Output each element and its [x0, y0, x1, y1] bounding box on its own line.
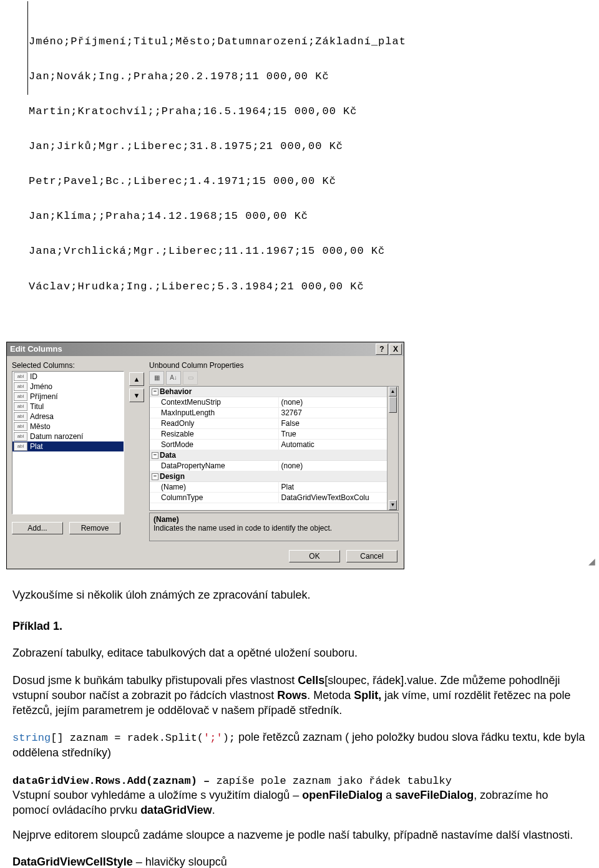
categorized-icon[interactable]: ▦	[149, 371, 164, 385]
csv-line: Martin;Kratochvíl;;Praha;16.5.1964;15 00…	[29, 106, 599, 118]
list-item[interactable]: ablPlat	[12, 441, 124, 451]
category-row[interactable]: −Behavior	[150, 387, 398, 397]
list-item[interactable]: ablPříjmení	[12, 392, 124, 402]
property-row[interactable]: DataPropertyName(none)	[150, 461, 398, 471]
csv-line: Jan;Novák;Ing.;Praha;20.2.1978;11 000,00…	[29, 71, 599, 83]
dialog-titlebar[interactable]: Edit Columns ? X	[7, 342, 404, 356]
textbox-column-icon: abl	[14, 402, 27, 411]
code-line: string[] zaznam = radek.Split(';'); pole…	[12, 730, 587, 760]
list-item[interactable]: ablJméno	[12, 382, 124, 392]
collapse-icon[interactable]: −	[152, 473, 158, 480]
unbound-properties-label: Unbound Column Properties	[149, 361, 399, 370]
list-item[interactable]: ablID	[12, 372, 124, 382]
collapse-icon[interactable]: −	[152, 388, 158, 395]
csv-line: Jana;Vrchlická;Mgr.;Liberec;11.11.1967;1…	[29, 246, 599, 258]
help-button[interactable]: ?	[376, 344, 388, 355]
propertygrid-toolbar: ▦ A↓ ▭	[149, 371, 399, 385]
paragraph: Zobrazení tabulky, editace tabulkových d…	[12, 646, 587, 661]
list-item[interactable]: ablMěsto	[12, 422, 124, 432]
scrollbar[interactable]: ▲ ▼	[387, 387, 398, 510]
textbox-column-icon: abl	[14, 382, 27, 391]
property-row[interactable]: ReadOnlyFalse	[150, 418, 398, 429]
property-row[interactable]: SortModeAutomatic	[150, 440, 398, 450]
move-down-button[interactable]: ▼	[129, 388, 144, 402]
paragraph: dataGridView.Rows.Add(zaznam) – zapíše p…	[12, 773, 587, 818]
remove-button[interactable]: Remove	[69, 522, 120, 534]
scroll-down-icon[interactable]: ▼	[389, 500, 397, 510]
cancel-button[interactable]: Cancel	[346, 550, 397, 562]
list-item[interactable]: ablDatum narození	[12, 432, 124, 441]
property-pages-icon: ▭	[183, 371, 198, 385]
list-item[interactable]: ablAdresa	[12, 412, 124, 422]
alphabetical-icon[interactable]: A↓	[166, 371, 181, 385]
scroll-thumb[interactable]	[389, 397, 397, 413]
property-description: (Name) Indicates the name used in code t…	[149, 513, 399, 541]
article-body: Vyzkoušíme si několik úloh známých ze zp…	[0, 569, 599, 868]
scroll-up-icon[interactable]: ▲	[389, 387, 397, 397]
property-row[interactable]: ResizableTrue	[150, 429, 398, 440]
edit-columns-dialog: Edit Columns ? X Selected Columns: ablID…	[6, 342, 404, 569]
csv-line: Petr;Pavel;Bc.;Liberec;1.4.1971;15 000,0…	[29, 176, 599, 188]
textbox-column-icon: abl	[14, 392, 27, 401]
example-heading: Příklad 1.	[12, 619, 587, 634]
textbox-column-icon: abl	[14, 442, 27, 451]
csv-line: Václav;Hrudka;Ing.;Liberec;5.3.1984;21 0…	[29, 281, 599, 293]
ok-button[interactable]: OK	[289, 550, 340, 562]
selected-columns-listbox[interactable]: ablID ablJméno ablPříjmení ablTitul ablA…	[12, 371, 124, 514]
property-row[interactable]: MaxInputLength32767	[150, 408, 398, 418]
text-cursor	[27, 1, 28, 95]
resize-grip-icon[interactable]: ◢	[588, 559, 597, 567]
paragraph: Nejprve editorem sloupců zadáme sloupce …	[12, 828, 587, 843]
collapse-icon[interactable]: −	[152, 452, 158, 459]
textbox-column-icon: abl	[14, 372, 27, 381]
paragraph: Vyzkoušíme si několik úloh známých ze zp…	[12, 588, 587, 603]
property-row[interactable]: ContextMenuStrip(none)	[150, 397, 398, 408]
textbox-column-icon: abl	[14, 422, 27, 431]
csv-line: Jan;Klíma;;Praha;14.12.1968;15 000,00 Kč	[29, 211, 599, 223]
list-item[interactable]: ablTitul	[12, 402, 124, 412]
property-row[interactable]: (Name)Plat	[150, 482, 398, 493]
add-button[interactable]: Add...	[12, 522, 63, 534]
move-up-button[interactable]: ▲	[129, 372, 144, 386]
property-grid[interactable]: −Behavior ContextMenuStrip(none) MaxInpu…	[149, 386, 399, 511]
csv-line: Jméno;Příjmení;Titul;Město;Datumnarození…	[29, 36, 599, 48]
category-row[interactable]: −Design	[150, 471, 398, 482]
selected-columns-label: Selected Columns:	[12, 361, 124, 370]
csv-source-block: Jméno;Příjmení;Titul;Město;Datumnarození…	[0, 0, 599, 304]
paragraph: DataGridViewCellStyle – hlavičky sloupců	[12, 855, 587, 868]
textbox-column-icon: abl	[14, 432, 27, 441]
paragraph: Dosud jsme k buňkám tabulky přistupovali…	[12, 673, 587, 718]
dialog-title: Edit Columns	[10, 344, 62, 354]
textbox-column-icon: abl	[14, 412, 27, 421]
csv-line: Jan;Jirků;Mgr.;Liberec;31.8.1975;21 000,…	[29, 141, 599, 153]
close-button[interactable]: X	[389, 344, 402, 355]
category-row[interactable]: −Data	[150, 450, 398, 461]
property-row[interactable]: ColumnTypeDataGridViewTextBoxColu▼	[150, 493, 398, 503]
